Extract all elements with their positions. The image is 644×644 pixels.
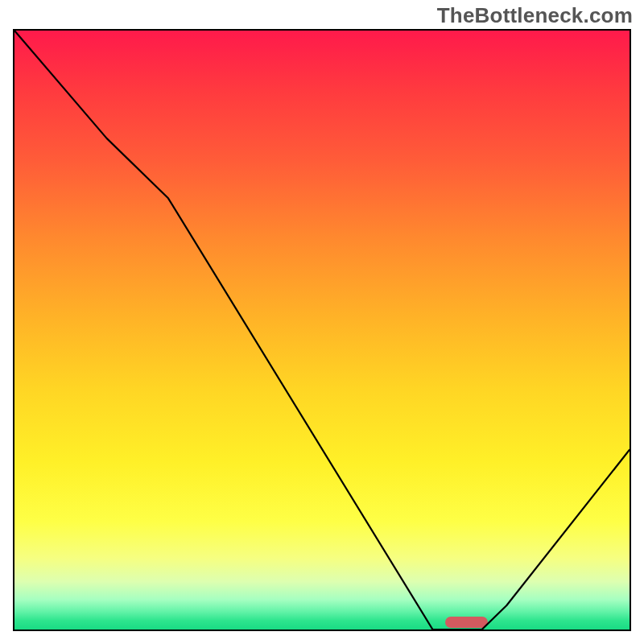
watermark-text: TheBottleneck.com <box>437 3 633 28</box>
chart-container: TheBottleneck.com <box>0 0 644 644</box>
bottleneck-curve <box>14 31 630 630</box>
plot-frame <box>13 29 631 631</box>
